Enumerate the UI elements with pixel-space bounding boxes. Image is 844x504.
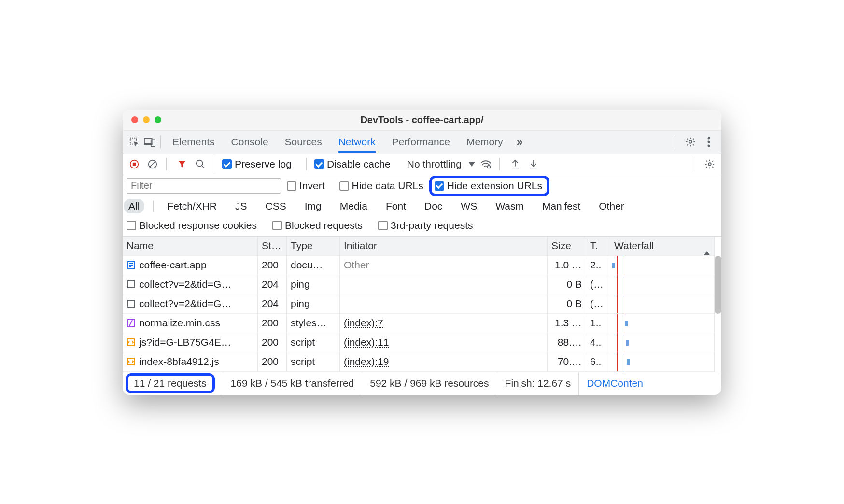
col-name[interactable]: Name: [123, 237, 258, 256]
titlebar: DevTools - coffee-cart.app/: [123, 110, 721, 131]
filter-input[interactable]: [127, 178, 281, 194]
close-icon[interactable]: [131, 116, 138, 123]
cell-name[interactable]: normalize.min.css: [123, 314, 258, 333]
cell-name[interactable]: js?id=G-LB75G4E…: [123, 333, 258, 352]
cell-initiator: (index):19: [340, 352, 548, 372]
device-toolbar-icon[interactable]: [142, 134, 157, 150]
kebab-menu-icon[interactable]: [701, 134, 717, 150]
import-har-icon[interactable]: [526, 156, 541, 172]
svg-rect-15: [127, 300, 134, 307]
request-name: coffee-cart.app: [139, 259, 207, 271]
network-settings-icon[interactable]: [702, 156, 717, 172]
more-tabs-icon[interactable]: »: [517, 135, 523, 149]
hide-extension-urls-checkbox[interactable]: [435, 181, 444, 191]
type-all[interactable]: All: [124, 199, 144, 213]
type-doc[interactable]: Doc: [420, 199, 447, 213]
initiator-link[interactable]: (index):7: [344, 317, 383, 329]
waterfall-blueline: [624, 333, 624, 352]
hide-data-urls-checkbox[interactable]: [339, 181, 349, 191]
status-domcontent[interactable]: DOMConten: [578, 372, 651, 395]
cell-size: 70.…: [548, 352, 586, 372]
waterfall-blueline: [624, 256, 624, 275]
tab-sources[interactable]: Sources: [285, 131, 322, 153]
status-requests: 11 / 21 requests: [126, 373, 215, 393]
filter-icon[interactable]: [174, 156, 190, 172]
type-other[interactable]: Other: [594, 199, 629, 213]
third-party-checkbox[interactable]: [378, 221, 388, 230]
cell-type: styles…: [287, 314, 340, 333]
type-img[interactable]: Img: [300, 199, 326, 213]
cell-name[interactable]: collect?v=2&tid=G…: [123, 275, 258, 294]
cell-size: 88.…: [548, 333, 586, 352]
throttling-select[interactable]: No throttling: [407, 158, 475, 170]
waterfall-redline: [617, 314, 618, 333]
export-har-icon[interactable]: [507, 156, 523, 172]
blocked-requests-checkbox[interactable]: [272, 221, 282, 230]
cell-status: 204: [258, 294, 287, 314]
chevron-down-icon: [468, 162, 475, 167]
cell-name[interactable]: index-8bfa4912.js: [123, 352, 258, 372]
cell-waterfall: [610, 294, 715, 314]
type-css[interactable]: CSS: [261, 199, 291, 213]
type-wasm[interactable]: Wasm: [491, 199, 529, 213]
preserve-log-label: Preserve log: [235, 158, 292, 170]
col-type[interactable]: Type: [287, 237, 340, 256]
preserve-log-checkbox[interactable]: [222, 159, 232, 169]
maximize-icon[interactable]: [155, 116, 161, 123]
cell-name[interactable]: coffee-cart.app: [123, 256, 258, 275]
record-button[interactable]: [127, 156, 142, 172]
cell-waterfall: [610, 275, 715, 294]
invert-checkbox[interactable]: [287, 181, 296, 191]
vertical-scrollbar[interactable]: [715, 237, 721, 372]
blocked-cookies-checkbox[interactable]: [127, 221, 136, 230]
cell-waterfall: [610, 333, 715, 352]
cell-status: 200: [258, 256, 287, 275]
cell-initiator: (index):7: [340, 314, 548, 333]
hide-extension-urls-label: Hide extension URLs: [447, 180, 542, 192]
type-manifest[interactable]: Manifest: [537, 199, 585, 213]
divider: [214, 158, 214, 170]
type-ws[interactable]: WS: [456, 199, 482, 213]
scrollbar-thumb[interactable]: [715, 256, 721, 314]
col-initiator[interactable]: Initiator: [340, 237, 548, 256]
cell-type: ping: [287, 275, 340, 294]
tab-network[interactable]: Network: [338, 131, 376, 153]
cell-name[interactable]: collect?v=2&tid=G…: [123, 294, 258, 314]
cell-initiator: [340, 294, 548, 314]
minimize-icon[interactable]: [143, 116, 150, 123]
svg-point-6: [708, 145, 710, 147]
inspect-element-icon[interactable]: [127, 134, 142, 150]
initiator-link[interactable]: (index):11: [344, 336, 389, 348]
type-font[interactable]: Font: [381, 199, 411, 213]
cell-status: 200: [258, 352, 287, 372]
col-time[interactable]: T.: [586, 237, 610, 256]
file-square-icon: [127, 280, 135, 289]
type-fetch-xhr[interactable]: Fetch/XHR: [162, 199, 222, 213]
file-square-icon: [127, 299, 135, 308]
type-js[interactable]: JS: [230, 199, 252, 213]
cell-time: (…: [586, 294, 610, 314]
network-toolbar: Preserve log Disable cache No throttling: [123, 154, 721, 175]
cell-type: script: [287, 352, 340, 372]
initiator-link[interactable]: (index):19: [344, 356, 389, 367]
svg-point-3: [689, 140, 692, 143]
col-status[interactable]: St…: [258, 237, 287, 256]
clear-icon[interactable]: [145, 156, 160, 172]
col-waterfall[interactable]: Waterfall: [610, 237, 715, 256]
col-size[interactable]: Size: [548, 237, 586, 256]
tab-memory[interactable]: Memory: [466, 131, 503, 153]
devtools-window: DevTools - coffee-cart.app/ Elements Con…: [123, 110, 721, 395]
cell-status: 204: [258, 275, 287, 294]
gear-icon[interactable]: [683, 134, 698, 150]
cell-initiator: [340, 275, 548, 294]
disable-cache-checkbox[interactable]: [314, 159, 324, 169]
file-css-icon: [127, 319, 135, 327]
status-finish: Finish: 12.67 s: [497, 372, 579, 395]
tab-elements[interactable]: Elements: [172, 131, 215, 153]
type-filter-bar: All Fetch/XHR JS CSS Img Media Font Doc …: [123, 196, 721, 216]
tab-performance[interactable]: Performance: [392, 131, 450, 153]
type-media[interactable]: Media: [335, 199, 372, 213]
network-conditions-icon[interactable]: [478, 156, 493, 172]
search-icon[interactable]: [193, 156, 208, 172]
tab-console[interactable]: Console: [231, 131, 268, 153]
